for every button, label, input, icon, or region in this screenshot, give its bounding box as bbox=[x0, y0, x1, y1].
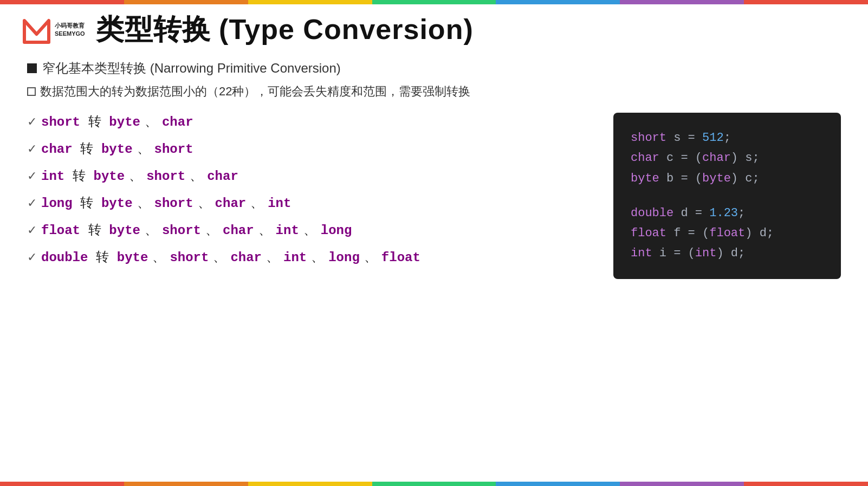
bottom-bar-red bbox=[0, 482, 124, 486]
code-line-2: char c = ( char ) s; bbox=[631, 148, 824, 168]
section-title-text: 窄化基本类型转换 (Narrowing Primitive Conversion… bbox=[42, 60, 341, 77]
list-item: ✓ long 转 byte 、 short 、 char 、 int bbox=[27, 194, 592, 211]
logo-icon bbox=[22, 15, 51, 45]
top-bar-red2 bbox=[744, 0, 868, 4]
page-title: 类型转换 (Type Conversion) bbox=[96, 11, 474, 49]
code-line-empty bbox=[631, 189, 824, 203]
subtitle: 数据范围大的转为数据范围小的（22种），可能会丢失精度和范围，需要强制转换 bbox=[27, 83, 841, 100]
checkmark-icon: ✓ bbox=[27, 115, 37, 129]
section-title: 窄化基本类型转换 (Narrowing Primitive Conversion… bbox=[27, 60, 841, 77]
code-line-6: int i = ( int ) d; bbox=[631, 243, 824, 263]
list-item: ✓ short 转 byte 、 char bbox=[27, 113, 592, 130]
bottom-bar-purple bbox=[620, 482, 744, 486]
top-rainbow-bar bbox=[0, 0, 868, 4]
checkmark-icon: ✓ bbox=[27, 196, 37, 210]
bottom-bar-blue bbox=[496, 482, 620, 486]
bottom-bar-yellow bbox=[248, 482, 372, 486]
list-item: ✓ char 转 byte 、 short bbox=[27, 140, 592, 157]
main-content: 窄化基本类型转换 (Narrowing Primitive Conversion… bbox=[27, 60, 841, 279]
logo: 小码哥教育 SEEMYGO bbox=[22, 15, 85, 45]
code-line-4: double d = 1.23 ; bbox=[631, 203, 824, 223]
subtitle-text: 数据范围大的转为数据范围小的（22种），可能会丢失精度和范围，需要强制转换 bbox=[40, 83, 470, 100]
bottom-bar-orange bbox=[124, 482, 248, 486]
header: 小码哥教育 SEEMYGO 类型转换 (Type Conversion) bbox=[22, 11, 474, 49]
checkmark-icon: ✓ bbox=[27, 223, 37, 237]
checkbox-icon bbox=[27, 87, 36, 96]
logo-line2: SEEMYGO bbox=[55, 30, 85, 38]
list-item: ✓ double 转 byte 、 short 、 char 、 int 、 l… bbox=[27, 248, 592, 265]
code-line-5: float f = ( float ) d; bbox=[631, 223, 824, 243]
main-layout: ✓ short 转 byte 、 char ✓ char 转 byte 、 sh… bbox=[27, 113, 841, 279]
logo-line1: 小码哥教育 bbox=[55, 22, 85, 30]
top-bar-green bbox=[372, 0, 496, 4]
code-line-1: short s = 512 ; bbox=[631, 128, 824, 148]
list-item: ✓ int 转 byte 、 short 、 char bbox=[27, 167, 592, 184]
checkmark-icon: ✓ bbox=[27, 169, 37, 183]
code-block: short s = 512 ; char c = ( char ) s; byt… bbox=[613, 113, 841, 279]
bullet-square bbox=[27, 63, 37, 73]
top-bar-purple bbox=[620, 0, 744, 4]
logo-text: 小码哥教育 SEEMYGO bbox=[55, 22, 85, 38]
bottom-bar-green bbox=[372, 482, 496, 486]
checkmark-icon: ✓ bbox=[27, 250, 37, 264]
list-item: ✓ float 转 byte 、 short 、 char 、 int 、 lo… bbox=[27, 221, 592, 238]
checkmark-icon: ✓ bbox=[27, 142, 37, 156]
list-section: ✓ short 转 byte 、 char ✓ char 转 byte 、 sh… bbox=[27, 113, 592, 275]
svg-marker-0 bbox=[24, 21, 49, 42]
bottom-bar-red2 bbox=[744, 482, 868, 486]
code-line-3: byte b = ( byte ) c; bbox=[631, 169, 824, 189]
top-bar-yellow bbox=[248, 0, 372, 4]
top-bar-orange bbox=[124, 0, 248, 4]
top-bar-red bbox=[0, 0, 124, 4]
bottom-rainbow-bar bbox=[0, 482, 868, 486]
top-bar-blue bbox=[496, 0, 620, 4]
